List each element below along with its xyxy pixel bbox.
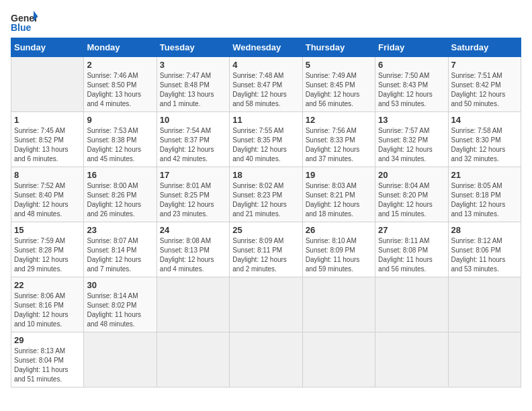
day-number: 23 <box>87 225 153 235</box>
daylight-text: Daylight: 13 hours and 6 minutes. <box>14 146 69 163</box>
day-number: 17 <box>160 170 226 180</box>
calendar-cell: 10 Sunrise: 7:54 AM Sunset: 8:37 PM Dayl… <box>157 112 229 167</box>
svg-text:Blue: Blue <box>11 22 32 33</box>
calendar-cell: 3 Sunrise: 7:47 AM Sunset: 8:48 PM Dayli… <box>157 57 229 112</box>
cell-content: Sunrise: 7:45 AM Sunset: 8:52 PM Dayligh… <box>14 126 81 164</box>
calendar-cell <box>302 277 375 332</box>
calendar-week-4: 22 Sunrise: 8:06 AM Sunset: 8:16 PM Dayl… <box>11 277 521 332</box>
day-number: 24 <box>160 225 226 235</box>
calendar-cell: 13 Sunrise: 7:57 AM Sunset: 8:32 PM Dayl… <box>375 112 448 167</box>
calendar-cell <box>230 332 302 387</box>
sunrise-text: Sunrise: 8:10 AM <box>306 237 357 244</box>
cell-content: Sunrise: 8:00 AM Sunset: 8:26 PM Dayligh… <box>87 181 153 219</box>
daylight-text: Daylight: 13 hours and 1 minute. <box>160 91 214 107</box>
cell-content: Sunrise: 8:09 AM Sunset: 8:11 PM Dayligh… <box>232 236 299 274</box>
calendar-week-0: 2 Sunrise: 7:46 AM Sunset: 8:50 PM Dayli… <box>11 57 521 112</box>
calendar-week-2: 8 Sunrise: 7:52 AM Sunset: 8:40 PM Dayli… <box>11 167 521 222</box>
day-number: 2 <box>87 60 153 70</box>
calendar-cell: 19 Sunrise: 8:03 AM Sunset: 8:21 PM Dayl… <box>302 167 375 222</box>
day-number: 15 <box>14 225 81 235</box>
cell-content: Sunrise: 7:47 AM Sunset: 8:48 PM Dayligh… <box>160 71 226 109</box>
sunrise-text: Sunrise: 8:06 AM <box>14 292 65 300</box>
calendar-cell: 25 Sunrise: 8:09 AM Sunset: 8:11 PM Dayl… <box>230 222 302 277</box>
sunset-text: Sunset: 8:21 PM <box>306 191 355 199</box>
sunrise-text: Sunrise: 7:53 AM <box>87 127 138 134</box>
sunrise-text: Sunrise: 8:03 AM <box>306 182 357 189</box>
cell-content: Sunrise: 8:01 AM Sunset: 8:25 PM Dayligh… <box>160 181 226 219</box>
calendar-cell: 30 Sunrise: 8:14 AM Sunset: 8:02 PM Dayl… <box>84 277 157 332</box>
sunset-text: Sunset: 8:04 PM <box>14 357 64 364</box>
day-number: 11 <box>232 115 299 125</box>
daylight-text: Daylight: 11 hours and 56 minutes. <box>378 256 433 273</box>
sunset-text: Sunset: 8:47 PM <box>232 81 282 89</box>
sunset-text: Sunset: 8:09 PM <box>306 246 355 254</box>
sunrise-text: Sunrise: 8:11 AM <box>378 237 429 244</box>
daylight-text: Daylight: 12 hours and 50 minutes. <box>451 91 506 107</box>
day-of-week-header: SundayMondayTuesdayWednesdayThursdayFrid… <box>11 38 521 57</box>
cell-content: Sunrise: 8:05 AM Sunset: 8:18 PM Dayligh… <box>451 181 518 219</box>
calendar-cell: 5 Sunrise: 7:49 AM Sunset: 8:45 PM Dayli… <box>302 57 375 112</box>
cell-content: Sunrise: 8:11 AM Sunset: 8:08 PM Dayligh… <box>378 236 445 274</box>
day-number: 5 <box>306 60 372 70</box>
cell-content: Sunrise: 7:56 AM Sunset: 8:33 PM Dayligh… <box>306 126 372 164</box>
calendar-cell <box>375 332 448 387</box>
calendar-cell: 11 Sunrise: 7:55 AM Sunset: 8:35 PM Dayl… <box>230 112 302 167</box>
sunset-text: Sunset: 8:30 PM <box>451 136 501 144</box>
calendar-cell <box>84 332 157 387</box>
sunset-text: Sunset: 8:06 PM <box>451 246 501 254</box>
day-number: 19 <box>306 170 372 180</box>
day-number: 9 <box>87 115 153 125</box>
cell-content: Sunrise: 8:10 AM Sunset: 8:09 PM Dayligh… <box>306 236 372 274</box>
sunrise-text: Sunrise: 8:05 AM <box>451 182 502 189</box>
day-number: 18 <box>232 170 299 180</box>
sunrise-text: Sunrise: 7:58 AM <box>451 127 502 134</box>
sunrise-text: Sunrise: 8:13 AM <box>14 347 65 355</box>
sunrise-text: Sunrise: 7:55 AM <box>232 127 283 134</box>
cell-content: Sunrise: 8:12 AM Sunset: 8:06 PM Dayligh… <box>451 236 518 274</box>
dow-friday: Friday <box>375 38 448 57</box>
calendar-cell: 15 Sunrise: 7:59 AM Sunset: 8:28 PM Dayl… <box>11 222 84 277</box>
cell-content: Sunrise: 7:49 AM Sunset: 8:45 PM Dayligh… <box>306 71 372 109</box>
logo: General Blue <box>11 11 38 35</box>
calendar-cell: 4 Sunrise: 7:48 AM Sunset: 8:47 PM Dayli… <box>230 57 302 112</box>
cell-content: Sunrise: 7:48 AM Sunset: 8:47 PM Dayligh… <box>232 71 299 109</box>
sunrise-text: Sunrise: 7:52 AM <box>14 182 65 189</box>
sunset-text: Sunset: 8:38 PM <box>87 136 136 144</box>
daylight-text: Daylight: 12 hours and 37 minutes. <box>306 146 360 163</box>
calendar-cell: 20 Sunrise: 8:04 AM Sunset: 8:20 PM Dayl… <box>375 167 448 222</box>
day-number: 30 <box>87 280 153 290</box>
day-number: 7 <box>451 60 518 70</box>
logo-icon: General Blue <box>11 11 38 35</box>
sunrise-text: Sunrise: 8:00 AM <box>87 182 138 189</box>
calendar-cell: 24 Sunrise: 8:08 AM Sunset: 8:13 PM Dayl… <box>157 222 229 277</box>
day-number: 14 <box>451 115 518 125</box>
calendar-cell <box>448 332 521 387</box>
calendar-cell: 6 Sunrise: 7:50 AM Sunset: 8:43 PM Dayli… <box>375 57 448 112</box>
calendar-cell: 9 Sunrise: 7:53 AM Sunset: 8:38 PM Dayli… <box>84 112 157 167</box>
sunset-text: Sunset: 8:08 PM <box>378 246 428 254</box>
calendar-cell: 2 Sunrise: 7:46 AM Sunset: 8:50 PM Dayli… <box>84 57 157 112</box>
cell-content: Sunrise: 7:46 AM Sunset: 8:50 PM Dayligh… <box>87 71 153 109</box>
cell-content: Sunrise: 7:59 AM Sunset: 8:28 PM Dayligh… <box>14 236 81 274</box>
day-number: 8 <box>14 170 81 180</box>
cell-content: Sunrise: 7:52 AM Sunset: 8:40 PM Dayligh… <box>14 181 81 219</box>
daylight-text: Daylight: 11 hours and 48 minutes. <box>87 311 141 328</box>
cell-content: Sunrise: 8:14 AM Sunset: 8:02 PM Dayligh… <box>87 291 153 329</box>
daylight-text: Daylight: 12 hours and 45 minutes. <box>87 146 141 163</box>
sunset-text: Sunset: 8:20 PM <box>378 191 428 199</box>
calendar-week-5: 29 Sunrise: 8:13 AM Sunset: 8:04 PM Dayl… <box>11 332 521 387</box>
daylight-text: Daylight: 11 hours and 59 minutes. <box>306 256 360 273</box>
daylight-text: Daylight: 12 hours and 21 minutes. <box>232 201 287 218</box>
day-number: 4 <box>232 60 299 70</box>
daylight-text: Daylight: 12 hours and 29 minutes. <box>14 256 69 273</box>
day-number: 29 <box>14 335 81 345</box>
sunset-text: Sunset: 8:37 PM <box>160 136 210 144</box>
sunrise-text: Sunrise: 7:50 AM <box>378 72 429 79</box>
cell-content: Sunrise: 8:02 AM Sunset: 8:23 PM Dayligh… <box>232 181 299 219</box>
calendar-cell: 21 Sunrise: 8:05 AM Sunset: 8:18 PM Dayl… <box>448 167 521 222</box>
calendar-cell <box>302 332 375 387</box>
daylight-text: Daylight: 12 hours and 56 minutes. <box>306 91 360 107</box>
sunrise-text: Sunrise: 7:57 AM <box>378 127 429 134</box>
calendar-cell <box>157 332 229 387</box>
calendar-cell: 12 Sunrise: 7:56 AM Sunset: 8:33 PM Dayl… <box>302 112 375 167</box>
